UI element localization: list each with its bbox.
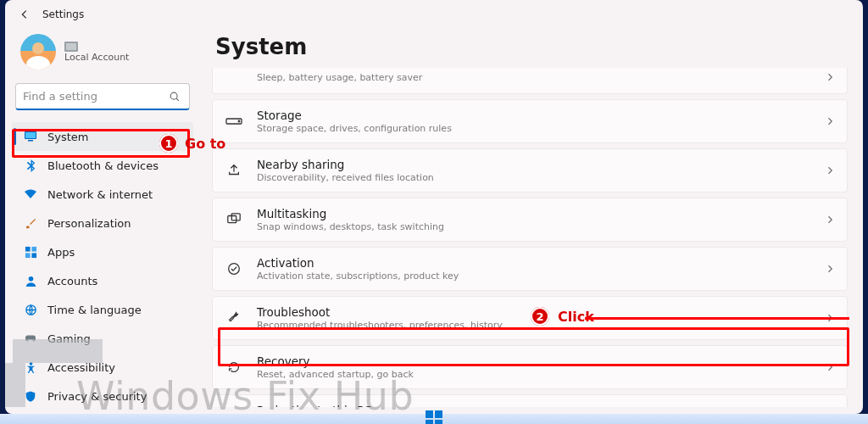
svg-rect-6 <box>25 253 30 258</box>
card-subtitle: Reset, advanced startup, go back <box>257 369 811 380</box>
display-icon <box>24 130 37 143</box>
avatar <box>20 34 56 70</box>
card-subtitle: Sleep, battery usage, battery saver <box>257 72 811 83</box>
card-subtitle: Snap windows, desktops, task switching <box>257 221 811 232</box>
card-title: Storage <box>257 109 811 122</box>
sidebar-item-bluetooth[interactable]: Bluetooth & devices <box>12 151 193 180</box>
account-block[interactable]: Local Account <box>12 29 193 81</box>
svg-rect-7 <box>31 253 36 258</box>
sidebar-item-label: Apps <box>47 246 75 259</box>
storage-icon <box>225 112 243 131</box>
recovery-icon <box>225 358 243 377</box>
page-heading: System <box>215 34 848 59</box>
window-title: Settings <box>42 8 84 20</box>
wifi-icon <box>24 187 37 201</box>
accessibility-icon <box>24 360 37 374</box>
svg-rect-19 <box>435 410 442 418</box>
card-subtitle: Storage space, drives, configuration rul… <box>257 123 811 134</box>
chevron-right-icon <box>825 70 835 86</box>
apps-icon <box>24 245 37 259</box>
card-subtitle: Recommended troubleshooters, preferences… <box>257 320 811 331</box>
svg-rect-5 <box>31 246 36 251</box>
share-icon <box>225 161 243 180</box>
person-icon <box>24 274 37 287</box>
svg-point-15 <box>229 264 240 275</box>
svg-rect-3 <box>28 140 33 142</box>
card-nearby-sharing[interactable]: Nearby sharing Discoverability, received… <box>212 148 848 192</box>
gamepad-icon <box>24 332 37 345</box>
chevron-right-icon <box>825 360 835 376</box>
card-storage[interactable]: Storage Storage space, drives, configura… <box>212 99 848 143</box>
svg-point-12 <box>238 120 240 122</box>
sidebar: Local Account System Bluetoo <box>5 29 200 414</box>
card-multitasking[interactable]: Multitasking Snap windows, desktops, tas… <box>212 198 848 242</box>
multitask-icon <box>225 210 243 229</box>
sidebar-item-label: Privacy & security <box>47 390 147 403</box>
sidebar-item-label: System <box>47 131 88 143</box>
sidebar-item-privacy[interactable]: Privacy & security <box>12 382 193 410</box>
sidebar-item-label: Accessibility <box>47 361 115 374</box>
main-panel: System Sleep, battery usage, battery sav… <box>200 29 863 414</box>
title-bar: Settings <box>5 0 863 29</box>
card-troubleshoot[interactable]: Troubleshoot Recommended troubleshooters… <box>212 296 848 340</box>
sidebar-item-label: Gaming <box>47 332 91 345</box>
search-input-wrap[interactable] <box>15 83 190 110</box>
chevron-right-icon <box>825 261 835 277</box>
card-title: Troubleshoot <box>257 305 811 319</box>
sidebar-item-label: Network & internet <box>47 188 153 201</box>
settings-window: Settings Local Account <box>5 0 863 414</box>
sidebar-item-label: Accounts <box>47 275 97 287</box>
sidebar-item-label: Bluetooth & devices <box>47 159 159 172</box>
svg-rect-20 <box>426 420 433 424</box>
card-title: Multitasking <box>257 207 811 220</box>
sidebar-item-accounts[interactable]: Accounts <box>12 266 193 295</box>
bluetooth-icon <box>24 159 37 172</box>
card-activation[interactable]: Activation Activation state, subscriptio… <box>212 247 848 291</box>
card-projecting[interactable]: Projecting to this PC Permissions, pairi… <box>212 394 848 407</box>
card-title: Activation <box>257 256 811 270</box>
sidebar-nav: System Bluetooth & devices Network & int… <box>12 122 193 414</box>
sidebar-item-label: Time & language <box>47 304 142 316</box>
sidebar-item-personalization[interactable]: Personalization <box>12 209 193 237</box>
shield-icon <box>24 389 37 403</box>
back-arrow-icon[interactable] <box>19 8 31 20</box>
sidebar-item-gaming[interactable]: Gaming <box>12 324 193 353</box>
svg-point-10 <box>29 361 32 365</box>
card-power-partial[interactable]: Sleep, battery usage, battery saver <box>212 68 848 94</box>
svg-rect-4 <box>25 246 30 251</box>
svg-rect-2 <box>25 132 36 138</box>
drive-icon <box>64 42 78 52</box>
card-title: Projecting to this PC <box>257 404 811 407</box>
sidebar-item-network[interactable]: Network & internet <box>12 180 193 209</box>
chevron-right-icon <box>825 114 835 130</box>
globe-icon <box>24 303 37 316</box>
brush-icon <box>24 216 37 230</box>
sidebar-item-time[interactable]: Time & language <box>12 295 193 324</box>
sidebar-item-system[interactable]: System <box>12 122 193 151</box>
card-subtitle: Discoverability, received files location <box>257 172 811 183</box>
card-title: Nearby sharing <box>257 158 811 171</box>
card-subtitle: Activation state, subscriptions, product… <box>257 271 811 282</box>
chevron-right-icon <box>825 163 835 179</box>
wrench-icon <box>225 309 243 327</box>
search-input[interactable] <box>23 90 167 103</box>
account-type-label: Local Account <box>64 52 129 63</box>
check-circle-icon <box>225 259 243 278</box>
search-icon[interactable] <box>167 91 182 103</box>
svg-rect-18 <box>426 410 433 418</box>
sidebar-item-apps[interactable]: Apps <box>12 237 193 266</box>
card-title: Recovery <box>257 354 811 368</box>
start-button-icon[interactable] <box>415 409 453 424</box>
svg-rect-21 <box>435 420 442 424</box>
chevron-right-icon <box>825 212 835 228</box>
chevron-right-icon <box>825 310 835 326</box>
svg-point-8 <box>28 276 33 281</box>
svg-point-0 <box>170 92 177 99</box>
sidebar-item-accessibility[interactable]: Accessibility <box>12 353 193 382</box>
card-recovery[interactable]: Recovery Reset, advanced startup, go bac… <box>212 345 848 389</box>
sidebar-item-label: Personalization <box>47 217 131 230</box>
